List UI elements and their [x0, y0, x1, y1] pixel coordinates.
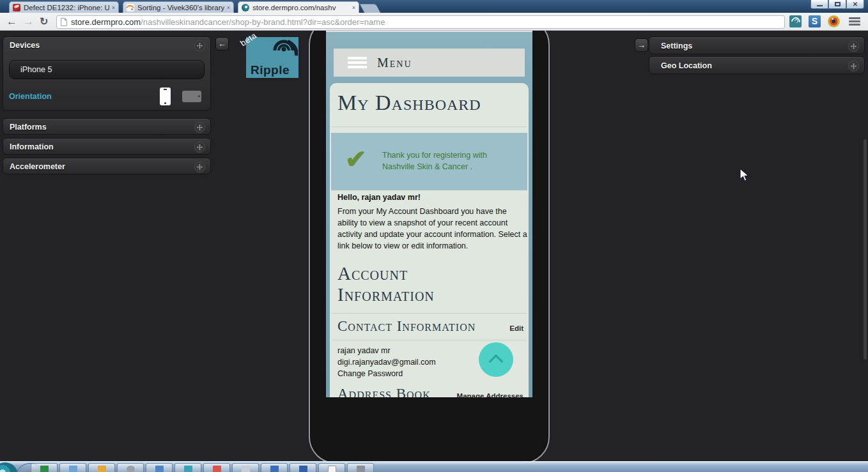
address-book-row: Address Book Manage Addresses	[337, 386, 523, 397]
taskbar-app-button[interactable]	[174, 463, 201, 472]
contact-information-heading: Contact Information	[337, 318, 509, 335]
url-path: /nashvilleskinandcancer/shop-by-brand.ht…	[141, 17, 385, 27]
drag-handle-icon[interactable]	[194, 142, 205, 153]
browser-tab-defect[interactable]: Defect DE1232: iPhone: Us ×	[9, 1, 119, 13]
change-password-link[interactable]: Change Password	[337, 368, 436, 379]
tab-title: Defect DE1232: iPhone: Us	[24, 4, 109, 11]
app-icon	[127, 466, 135, 472]
minimize-button[interactable]	[810, 0, 828, 9]
tab-close-icon[interactable]: ×	[112, 4, 115, 11]
taskbar-app-button[interactable]	[88, 463, 115, 472]
windows-taskbar	[0, 461, 868, 472]
panel-title: Accelerometer	[10, 162, 194, 171]
forward-button[interactable]: →	[23, 13, 34, 30]
taskbar-app-button[interactable]	[318, 463, 345, 472]
app-icon	[213, 466, 221, 472]
beta-badge: beta	[238, 31, 258, 49]
ripple-favicon-icon	[242, 4, 249, 11]
accelerometer-panel[interactable]: Accelerometer	[3, 158, 211, 174]
taskbar-app-button[interactable]	[347, 463, 374, 472]
taskbar-app-button[interactable]	[146, 463, 173, 472]
taskbar-app-button[interactable]	[290, 463, 316, 472]
address-book-heading: Address Book	[337, 386, 457, 397]
information-panel[interactable]: Information	[3, 138, 211, 155]
page-scrollbar[interactable]	[864, 139, 867, 360]
portrait-orientation-icon[interactable]	[160, 88, 171, 105]
hamburger-icon	[348, 57, 367, 68]
tab-close-icon[interactable]: ×	[227, 4, 230, 11]
notice-text: Thank you for registering with Nashville…	[382, 149, 520, 172]
taskbar-app-button[interactable]	[117, 463, 144, 472]
settings-panel[interactable]: Settings	[649, 36, 865, 54]
geo-location-panel[interactable]: Geo Location	[649, 56, 865, 74]
ripple-logo: beta Ripple	[246, 37, 298, 78]
ripple-wave-icon	[265, 38, 298, 65]
divider	[332, 340, 527, 340]
taskbar-app-button[interactable]	[203, 463, 230, 472]
panel-title: Information	[10, 142, 194, 151]
page-title: My Dashboard	[337, 91, 481, 115]
drag-handle-icon[interactable]	[194, 122, 205, 133]
platforms-panel[interactable]: Platforms	[3, 118, 211, 135]
edit-link[interactable]: Edit	[509, 324, 523, 332]
browser-tab-sorting[interactable]: Sorting - Vivek360's library ×	[123, 1, 234, 13]
panel-title: Platforms	[10, 123, 194, 132]
taskbar-corner-app-icon[interactable]	[0, 462, 18, 472]
extension-area: S	[789, 15, 840, 27]
ripple-extension-icon[interactable]	[789, 15, 802, 27]
contact-info-block: rajan yadav mr digi.rajanyadav@gmail.com…	[337, 345, 436, 379]
divider	[332, 313, 527, 314]
screen-top-edge	[326, 31, 532, 32]
tab-title: Sorting - Vivek360's library	[137, 4, 224, 11]
drag-handle-icon[interactable]	[194, 40, 205, 51]
scroll-to-top-button[interactable]	[479, 342, 513, 377]
close-icon: ✕	[853, 1, 858, 8]
app-icon	[270, 466, 279, 472]
taskbar-app-button[interactable]	[31, 463, 58, 472]
close-button[interactable]: ✕	[846, 0, 864, 9]
device-select[interactable]: iPhone 5	[9, 60, 205, 79]
chrome-menu-icon[interactable]	[849, 17, 860, 26]
page-icon	[61, 18, 67, 26]
browser-toolbar: ← → ↻ store.dermpro.com/nashvilleskinand…	[0, 13, 868, 31]
taskbar-app-button[interactable]	[232, 463, 259, 472]
app-icon	[184, 466, 192, 472]
app-icon	[69, 466, 77, 472]
success-notice: ✔ Thank you for registering with Nashvil…	[331, 133, 527, 190]
app-icon	[242, 466, 250, 472]
divider	[332, 126, 527, 127]
s-extension-icon[interactable]: S	[809, 15, 821, 27]
manage-addresses-link[interactable]: Manage Addresses	[457, 392, 523, 397]
maximize-button[interactable]	[828, 0, 846, 9]
devices-panel-header[interactable]: Devices	[3, 37, 210, 54]
address-bar[interactable]: store.dermpro.com/nashvilleskinandcancer…	[56, 15, 785, 29]
screenshot-extension-icon[interactable]	[828, 15, 840, 27]
back-button[interactable]: ←	[6, 13, 17, 30]
collapse-left-panel-button[interactable]: ←	[215, 37, 229, 50]
panel-title: Settings	[661, 42, 848, 50]
drag-handle-icon[interactable]	[194, 162, 205, 172]
drag-handle-icon[interactable]	[848, 61, 859, 72]
feed-favicon-icon	[127, 4, 134, 11]
expand-right-panel-button[interactable]: →	[635, 38, 648, 52]
panel-title: Geo Location	[661, 61, 848, 70]
browser-tab-dermpro-active[interactable]: store.dermpro.com/nashv ×	[238, 1, 359, 13]
url-host: store.dermpro.com	[71, 17, 141, 27]
dashboard-card: My Dashboard ✔ Thank you for registering…	[330, 83, 529, 397]
intro-paragraph: From your My Account Dashboard you have …	[337, 206, 529, 252]
qc-favicon-icon	[13, 4, 20, 11]
phone-screen: Menu My Dashboard ✔ Thank you for regist…	[326, 31, 532, 397]
reload-button[interactable]: ↻	[40, 13, 48, 30]
app-icon	[357, 466, 365, 472]
tab-close-icon[interactable]: ×	[352, 4, 355, 11]
minimize-icon	[817, 5, 823, 6]
site-menu-bar[interactable]: Menu	[334, 49, 525, 77]
drag-handle-icon[interactable]	[848, 41, 859, 52]
url-text[interactable]: store.dermpro.com/nashvilleskinandcancer…	[71, 17, 385, 27]
taskbar-app-button[interactable]	[59, 463, 86, 472]
window-titlebar: Defect DE1232: iPhone: Us × Sorting - Vi…	[0, 0, 868, 13]
tab-title: store.dermpro.com/nashv	[252, 4, 350, 11]
taskbar-app-button[interactable]	[261, 463, 288, 472]
new-tab-button[interactable]	[359, 4, 380, 13]
landscape-orientation-icon[interactable]	[182, 91, 201, 102]
